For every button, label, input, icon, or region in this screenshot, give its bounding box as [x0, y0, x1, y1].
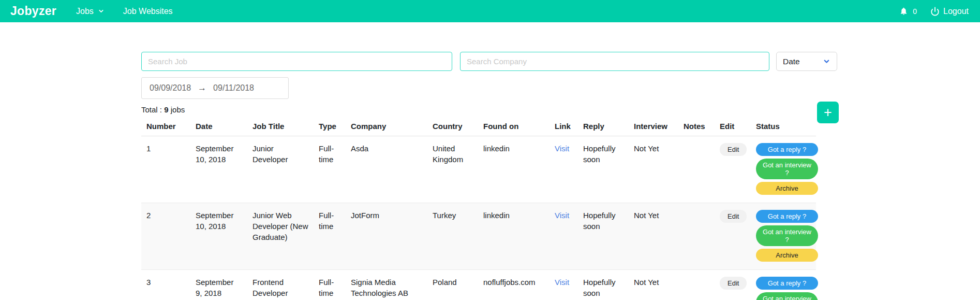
- cell-interview: Not Yet: [629, 203, 678, 270]
- table-row: 3 September 9, 2018 Frontend Developer F…: [141, 270, 816, 300]
- cell-job-title: Junior Developer: [247, 136, 314, 203]
- visit-link[interactable]: Visit: [555, 278, 569, 287]
- date-range-picker[interactable]: 09/09/2018 → 09/11/2018: [141, 77, 289, 99]
- cell-company: JotForm: [346, 203, 427, 270]
- col-header-interview: Interview: [629, 118, 678, 136]
- cell-type: Full-time: [314, 203, 346, 270]
- col-header-job-title: Job Title: [247, 118, 314, 136]
- plus-icon: +: [824, 105, 832, 120]
- total-jobs-summary: Total : 9 jobs: [141, 105, 839, 114]
- got-an-interview-button[interactable]: Got an interview ?: [756, 159, 818, 179]
- col-header-type: Type: [314, 118, 346, 136]
- got-a-reply-button[interactable]: Got a reply ?: [756, 143, 818, 156]
- cell-link: Visit: [550, 136, 578, 203]
- cell-country: Poland: [427, 270, 478, 300]
- col-header-found-on: Found on: [478, 118, 550, 136]
- cell-notes: [678, 270, 715, 300]
- cell-notes: [678, 203, 715, 270]
- col-header-notes: Notes: [678, 118, 715, 136]
- cell-country: Turkey: [427, 203, 478, 270]
- table-row: 1 September 10, 2018 Junior Developer Fu…: [141, 136, 816, 203]
- cell-found-on: linkedin: [478, 203, 550, 270]
- cell-job-title: Frontend Developer: [247, 270, 314, 300]
- visit-link[interactable]: Visit: [555, 211, 569, 220]
- date-range-to: 09/11/2018: [213, 83, 254, 93]
- cell-number: 3: [141, 270, 190, 300]
- table-row: 2 September 10, 2018 Junior Web Develope…: [141, 203, 816, 270]
- visit-link[interactable]: Visit: [555, 144, 569, 153]
- cell-interview: Not Yet: [629, 136, 678, 203]
- sort-by-selected-value: Date: [783, 57, 800, 66]
- jobs-table: Number Date Job Title Type Company Count…: [141, 118, 816, 300]
- navbar-right: 0 Logout: [899, 7, 969, 16]
- filters-row: Date: [141, 52, 839, 71]
- cell-link: Visit: [550, 270, 578, 300]
- cell-date: September 10, 2018: [190, 203, 247, 270]
- bell-icon: [899, 7, 908, 16]
- arrow-right-icon: →: [198, 83, 206, 93]
- col-header-country: Country: [427, 118, 478, 136]
- notifications-button[interactable]: 0: [899, 7, 917, 16]
- nav-jobs-label: Jobs: [76, 7, 94, 16]
- cell-company: Asda: [346, 136, 427, 203]
- cell-date: September 9, 2018: [190, 270, 247, 300]
- cell-interview: Not Yet: [629, 270, 678, 300]
- archive-button[interactable]: Archive: [756, 182, 818, 195]
- col-header-reply: Reply: [578, 118, 629, 136]
- cell-reply: Hopefully soon: [578, 203, 629, 270]
- logout-button[interactable]: Logout: [930, 7, 969, 16]
- got-a-reply-button[interactable]: Got a reply ?: [756, 277, 818, 290]
- archive-button[interactable]: Archive: [756, 249, 818, 262]
- edit-button[interactable]: Edit: [720, 210, 747, 223]
- cell-country: United Kingdom: [427, 136, 478, 203]
- cell-found-on: linkedin: [478, 136, 550, 203]
- total-label: Total :: [141, 105, 162, 114]
- got-a-reply-button[interactable]: Got a reply ?: [756, 210, 818, 223]
- edit-button[interactable]: Edit: [720, 143, 747, 156]
- total-count: 9: [164, 105, 168, 114]
- cell-type: Full-time: [314, 270, 346, 300]
- cell-link: Visit: [550, 203, 578, 270]
- cell-notes: [678, 136, 715, 203]
- table-header-row: Number Date Job Title Type Company Count…: [141, 118, 816, 136]
- navbar: Jobyzer Jobs Job Websites 0 Logout: [0, 0, 980, 22]
- brand-logo[interactable]: Jobyzer: [10, 4, 56, 18]
- cell-reply: Hopefully soon: [578, 270, 629, 300]
- cell-job-title: Junior Web Developer (New Graduate): [247, 203, 314, 270]
- sort-by-select[interactable]: Date: [776, 52, 837, 71]
- notification-count: 0: [913, 7, 917, 16]
- col-header-number: Number: [141, 118, 190, 136]
- date-range-from: 09/09/2018: [150, 83, 191, 93]
- nav-job-websites-label: Job Websites: [123, 7, 173, 16]
- cell-type: Full-time: [314, 136, 346, 203]
- jobs-table-section: Total : 9 jobs + Number Date Job Title T…: [141, 105, 839, 300]
- main-content: Date 09/09/2018 → 09/11/2018 Total : 9 j…: [141, 52, 839, 300]
- cell-status: Got a reply ? Got an interview ? Archive: [751, 136, 816, 203]
- nav-item-jobs[interactable]: Jobs: [76, 7, 105, 16]
- cell-number: 2: [141, 203, 190, 270]
- cell-date: September 10, 2018: [190, 136, 247, 203]
- cell-edit: Edit: [715, 270, 751, 300]
- add-job-button[interactable]: +: [817, 102, 839, 123]
- chevron-down-icon: [823, 58, 830, 65]
- col-header-edit: Edit: [715, 118, 751, 136]
- cell-found-on: nofluffjobs.com: [478, 270, 550, 300]
- got-an-interview-button[interactable]: Got an interview ?: [756, 292, 818, 300]
- edit-button[interactable]: Edit: [720, 277, 747, 290]
- chevron-down-icon: [98, 8, 105, 15]
- col-header-link: Link: [550, 118, 578, 136]
- cell-reply: Hopefully soon: [578, 136, 629, 203]
- nav-item-job-websites[interactable]: Job Websites: [123, 7, 173, 16]
- got-an-interview-button[interactable]: Got an interview ?: [756, 225, 818, 246]
- total-suffix: jobs: [171, 105, 185, 114]
- search-company-input[interactable]: [460, 52, 769, 71]
- cell-edit: Edit: [715, 203, 751, 270]
- col-header-date: Date: [190, 118, 247, 136]
- col-header-company: Company: [346, 118, 427, 136]
- cell-company: Signia Media Technologies AB: [346, 270, 427, 300]
- col-header-status: Status: [751, 118, 816, 136]
- search-job-input[interactable]: [141, 52, 452, 71]
- cell-number: 1: [141, 136, 190, 203]
- cell-edit: Edit: [715, 136, 751, 203]
- power-icon: [930, 7, 940, 16]
